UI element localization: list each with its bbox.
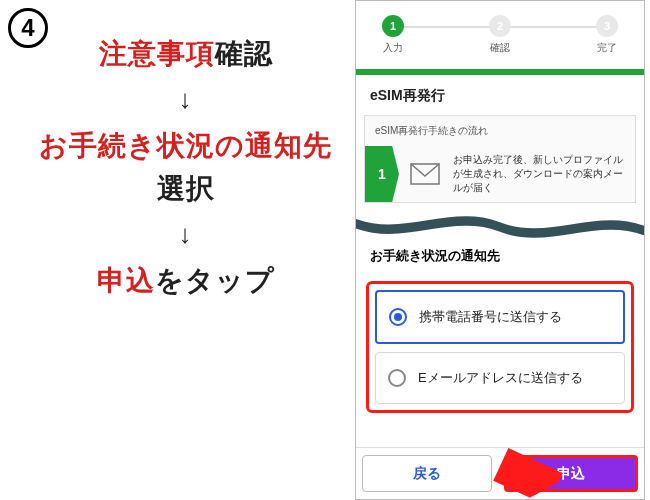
instruction-line4-black: をタップ (155, 265, 275, 296)
flow-card: eSIM再発行手続きの流れ 1 お申込み完了後、新しいプロファイルが生成され、ダ… (364, 115, 636, 203)
back-button-label: 戻る (413, 465, 441, 483)
back-button[interactable]: 戻る (362, 455, 492, 492)
step-label-2: 確認 (490, 41, 510, 55)
flow-card-heading: eSIM再発行手続きの流れ (365, 116, 635, 146)
option-send-to-phone[interactable]: 携帯電話番号に送信する (375, 290, 625, 344)
option-label: 携帯電話番号に送信する (419, 308, 562, 326)
instruction-line4-red: 申込 (97, 265, 155, 296)
instruction-line3-black: 選択 (157, 173, 215, 204)
step-node-input: 1 入力 (382, 15, 404, 55)
instruction-text: 注意事項確認 ↓ お手続き状況の通知先 選択 ↓ 申込をタップ (16, 32, 355, 302)
step-node-confirm: 2 確認 (489, 15, 511, 55)
flow-step-number: 1 (365, 146, 399, 202)
option-label: Eメールアドレスに送信する (418, 369, 583, 387)
instruction-line2-red: お手続き状況の通知先 (39, 130, 332, 161)
step-label-1: 入力 (383, 41, 403, 55)
step-dot-1: 1 (382, 15, 404, 37)
step-number-badge: 4 (8, 8, 48, 48)
flow-step-text: お申込み完了後、新しいプロファイルが生成され、ダウンロードの案内メールが届く (451, 146, 635, 202)
instruction-line1-red: 注意事項 (99, 38, 215, 69)
step-label-3: 完了 (597, 41, 617, 55)
step-number: 4 (21, 14, 34, 42)
notify-options-highlight: 携帯電話番号に送信する Eメールアドレスに送信する (366, 281, 634, 413)
instruction-line1-black: 確認 (215, 38, 273, 69)
down-arrow-icon: ↓ (16, 79, 355, 119)
progress-stepper: 1 入力 2 確認 3 完了 (356, 1, 644, 61)
radio-icon (389, 308, 407, 326)
page-title: eSIM再発行 (356, 75, 644, 115)
step-dot-2: 2 (489, 15, 511, 37)
envelope-icon (399, 146, 451, 202)
phone-screen: 1 入力 2 確認 3 完了 eSIM再発行 eSIM再発行手続きの流れ 1 (355, 0, 645, 500)
radio-icon (388, 369, 406, 387)
notify-section-title: お手続き状況の通知先 (356, 241, 644, 275)
down-arrow-icon: ↓ (16, 214, 355, 254)
step-node-done: 3 完了 (596, 15, 618, 55)
step-dot-3: 3 (596, 15, 618, 37)
option-send-to-email[interactable]: Eメールアドレスに送信する (375, 352, 625, 404)
